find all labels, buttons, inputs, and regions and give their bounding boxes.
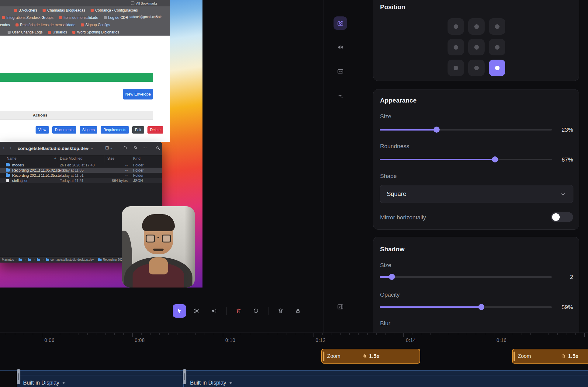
search-icon xyxy=(156,146,160,150)
pointer-tab[interactable] xyxy=(334,0,347,4)
roundness-value: 67% xyxy=(546,156,573,163)
size-slider[interactable] xyxy=(380,126,552,133)
bookmark-link: Signup Configs xyxy=(81,23,110,27)
folder-icon xyxy=(28,259,31,261)
audio-clip[interactable]: Built-in Display xyxy=(184,370,588,387)
lock-icon xyxy=(295,308,301,314)
folder-icon xyxy=(98,259,102,261)
forward-icon: › xyxy=(10,145,12,151)
audio-clip[interactable]: Built-in Display xyxy=(17,370,184,387)
position-cell-top-center[interactable] xyxy=(468,18,485,35)
sparkles-icon xyxy=(337,93,344,100)
zoom-clip[interactable]: Zoom 1.5x xyxy=(321,349,420,364)
slider-knob[interactable] xyxy=(389,274,395,280)
rotate-ccw-icon xyxy=(253,308,259,314)
cut-tool-button[interactable] xyxy=(190,304,203,318)
shadow-size-slider[interactable] xyxy=(380,274,552,280)
speaker-icon xyxy=(337,44,344,51)
position-cell-middle-center[interactable] xyxy=(468,39,485,55)
slider-knob[interactable] xyxy=(434,127,440,133)
new-envelope-button: New Envelope xyxy=(123,89,153,99)
person-hands xyxy=(149,257,168,274)
shape-dropdown[interactable]: Square xyxy=(380,185,573,203)
zoom-factor-badge: 1.5x xyxy=(362,353,379,359)
finder-row-selected: Recording 202...t 11.05.02.stella Today … xyxy=(0,168,162,173)
speaker-icon xyxy=(211,308,217,314)
roundness-slider[interactable] xyxy=(380,156,552,163)
position-card: Position xyxy=(373,0,579,81)
webcam-overlay[interactable] xyxy=(122,206,195,288)
shape-value: Square xyxy=(387,190,406,197)
favicon-icon xyxy=(59,16,62,19)
bookmark-checkbox-icon xyxy=(131,2,134,5)
folder-icon xyxy=(37,259,40,261)
position-cell-middle-left[interactable] xyxy=(448,39,464,55)
slider-knob[interactable] xyxy=(492,156,498,162)
layers-button[interactable] xyxy=(274,304,287,318)
finder-row: stella.json Today at 11:51 864 bytes JSO… xyxy=(0,178,162,183)
clip-trim-handle[interactable] xyxy=(514,351,515,361)
favicon-icon xyxy=(72,31,75,34)
delete-button: Delete xyxy=(147,126,164,134)
effects-tab[interactable] xyxy=(334,89,347,103)
shadow-blur-label: Blur xyxy=(380,320,390,327)
finder-window-title: com.getstellastudio.desktop.dev xyxy=(18,146,88,151)
clip-trim-handle[interactable] xyxy=(183,369,186,384)
position-cell-bottom-center[interactable] xyxy=(468,60,485,76)
person-hair xyxy=(142,214,175,231)
bookmark-link: Log de CDR xyxy=(104,16,128,20)
slider-knob[interactable] xyxy=(478,304,484,310)
captions-tab[interactable] xyxy=(334,64,347,78)
view-button: View xyxy=(36,126,49,134)
video-preview[interactable]: All Bookmarks B.Vouchers Chamadas Bloque… xyxy=(0,0,202,288)
size-value: 23% xyxy=(546,127,573,133)
ruler-label: 0:10 xyxy=(225,338,235,343)
speaker-icon xyxy=(62,381,66,385)
position-cell-bottom-left[interactable] xyxy=(448,60,464,76)
audio-tab[interactable] xyxy=(334,40,347,54)
position-cell-middle-right[interactable] xyxy=(489,39,505,55)
ruler-label: 0:12 xyxy=(316,338,326,343)
ruler-label: 0:14 xyxy=(406,338,416,343)
favicon-icon xyxy=(2,16,5,19)
delete-clip-button[interactable] xyxy=(232,304,245,318)
shape-label: Shape xyxy=(380,173,397,180)
chevron-down-icon xyxy=(560,191,566,197)
select-tool-button[interactable] xyxy=(173,304,186,318)
mirror-toggle[interactable] xyxy=(551,212,573,222)
camera-tab[interactable] xyxy=(334,16,347,30)
zoom-clip[interactable]: Zoom 1.5x xyxy=(512,349,588,364)
folder-icon xyxy=(6,169,10,172)
lock-button[interactable] xyxy=(291,304,305,318)
position-cell-bottom-right[interactable] xyxy=(489,60,505,76)
bookmark-link: Integrations Zendesk Groups xyxy=(2,16,54,20)
clip-trim-handle[interactable] xyxy=(323,351,324,361)
edit-button: Edit xyxy=(132,126,144,134)
timeline-ruler[interactable]: 0:06 0:08 0:10 0:12 0:14 0:16 xyxy=(0,333,588,346)
roundness-label: Roundness xyxy=(380,143,409,150)
camera-icon xyxy=(337,20,344,27)
position-cell-top-right[interactable] xyxy=(489,18,505,35)
bookmarks-bar-top: All Bookmarks xyxy=(0,0,170,6)
size-label: Size xyxy=(380,113,391,120)
finder-row: models 26 Feb 2026 at 17:43 -- Folder xyxy=(0,162,162,168)
bookmark-link: Usuários xyxy=(48,30,67,34)
finder-column-headers: Name ∧ Date Modified Size Kind xyxy=(0,155,162,163)
toggle-knob[interactable] xyxy=(552,213,560,221)
cursor-icon xyxy=(176,308,182,314)
list-view-icon: ≡ xyxy=(86,145,89,150)
captions-icon xyxy=(337,68,344,75)
collapse-panel-button[interactable] xyxy=(334,300,347,313)
shadow-opacity-slider[interactable] xyxy=(380,304,552,310)
reset-button[interactable] xyxy=(249,304,263,318)
audio-mute-button[interactable] xyxy=(207,304,221,318)
tag-icon xyxy=(133,145,138,150)
appearance-card: Appearance Size 23% Roundness 67% Shape … xyxy=(373,89,579,230)
position-cell-top-left[interactable] xyxy=(448,18,464,35)
clip-trim-handle[interactable] xyxy=(17,369,20,384)
toolbar-divider xyxy=(268,307,268,315)
favicon-icon xyxy=(16,23,19,26)
sort-arrow-icon: ∧ xyxy=(54,156,56,159)
more-icon: ⋯ xyxy=(142,145,147,150)
bookmark-link: Relatório de Itens de mensalidade xyxy=(16,23,75,27)
